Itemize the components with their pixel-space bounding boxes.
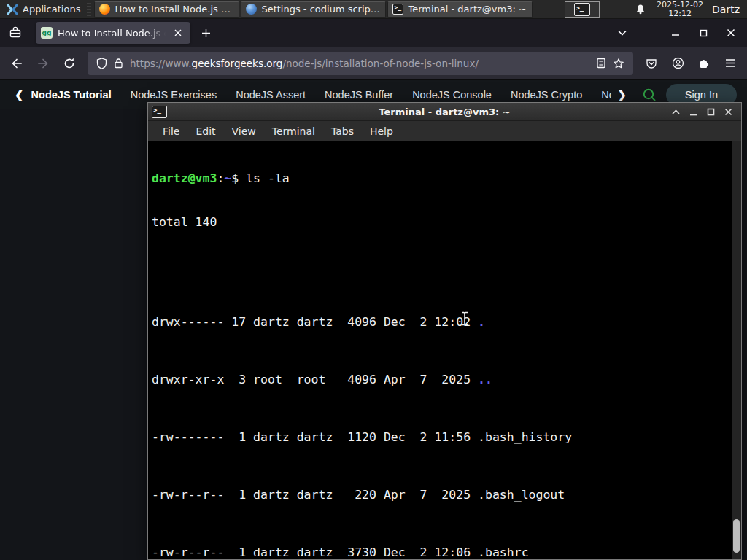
terminal-close-button[interactable] (722, 106, 735, 118)
subnav-link[interactable]: NodeJS Assert (226, 89, 315, 101)
close-icon (174, 29, 182, 36)
file-attributes: -rw------- 1 dartz dartz 1120 Dec 2 11:5… (152, 430, 478, 444)
applications-menu-button[interactable]: Applications (0, 0, 87, 18)
terminal-shade-button[interactable] (670, 106, 682, 118)
window-minimize-button[interactable] (664, 23, 687, 43)
url-text[interactable]: https://www.geeksforgeeks.org/node-js/in… (130, 58, 589, 69)
workspace-window-terminal-icon (574, 3, 590, 16)
top-panel: Applications How to Install Node.js o...… (0, 0, 747, 19)
subnav-scroll-right-icon[interactable]: ❯ (611, 88, 632, 101)
subnav-link[interactable]: NodeJS Crypto (501, 89, 592, 101)
taskbar: How to Install Node.js o... Settings - c… (94, 0, 533, 18)
terminal-menu-item[interactable]: View (224, 122, 264, 140)
terminal-scrollbar-thumb[interactable] (733, 519, 740, 553)
tab-how-to-install-nodejs[interactable]: gg How to Install Node.js on (36, 22, 190, 44)
taskbar-window-button[interactable]: Terminal - dartz@vm3: ~ (387, 1, 533, 18)
taskbar-window-button[interactable]: Settings - codium script... (241, 1, 386, 18)
taskbar-window-title: How to Install Node.js o... (115, 4, 234, 15)
close-icon (727, 28, 735, 37)
lock-icon[interactable] (114, 58, 123, 69)
terminal-maximize-button[interactable] (705, 106, 717, 118)
terminal-titlebar[interactable]: Terminal - dartz@vm3: ~ (148, 103, 741, 121)
terminal-output[interactable]: dartz@vm3:~$ ls -la total 140 drwx------… (148, 141, 741, 559)
tab-close-button[interactable] (171, 26, 185, 40)
back-button[interactable] (4, 52, 29, 75)
browser-toolbar: https://www.geeksforgeeks.org/node-js/in… (0, 47, 747, 80)
clock-date: 2025-12-02 (657, 1, 703, 9)
applications-label: Applications (23, 4, 80, 15)
url-scheme: https://www. (130, 58, 192, 69)
terminal-window: Terminal - dartz@vm3: ~ (147, 102, 742, 560)
url-bar[interactable]: https://www.geeksforgeeks.org/node-js/in… (88, 52, 633, 75)
prompt-dollar: $ (231, 171, 246, 185)
search-icon (642, 88, 657, 102)
clock[interactable]: 2025-12-02 12:12 (651, 1, 709, 18)
file-attributes: -rw-r--r-- 1 dartz dartz 3730 Dec 2 12:0… (152, 545, 478, 559)
puzzle-icon (698, 58, 710, 69)
plus-icon (201, 28, 211, 38)
terminal-menu-item[interactable]: Tabs (323, 122, 362, 140)
subnav-scroll-left-icon[interactable]: ❮ (9, 88, 30, 101)
window-close-button[interactable] (719, 23, 743, 43)
panel-grip (87, 3, 91, 16)
taskbar-window-title: Terminal - dartz@vm3: ~ (408, 4, 526, 15)
file-name: .bash_logout (478, 488, 565, 502)
file-name: .bash_history (478, 430, 572, 444)
geeksforgeeks-favicon: gg (41, 27, 53, 39)
command-text: ls -la (246, 171, 290, 185)
terminal-menu-item[interactable]: Terminal (264, 122, 323, 140)
terminal-menu-item[interactable]: Help (362, 122, 401, 140)
prompt-line: dartz@vm3:~$ ls -la (152, 171, 731, 186)
user-menu[interactable]: Dartz (709, 4, 747, 15)
account-button[interactable] (665, 52, 690, 75)
desktop: Applications How to Install Node.js o...… (0, 0, 747, 560)
shield-icon[interactable] (96, 58, 107, 69)
new-tab-button[interactable] (195, 23, 217, 43)
terminal-minimize-button[interactable] (687, 106, 700, 118)
pocket-button[interactable] (639, 52, 664, 75)
bookmark-star-icon[interactable] (613, 58, 624, 69)
firefox-view-icon (9, 26, 22, 39)
terminal-scrollbar[interactable] (732, 141, 741, 559)
list-all-tabs-button[interactable] (611, 23, 633, 43)
maximize-icon (707, 108, 715, 116)
reader-mode-icon[interactable] (596, 58, 606, 69)
subnav-link[interactable]: NodeJS Console (403, 89, 501, 101)
tab-separator (31, 26, 31, 40)
terminal-menubar: File Edit View Terminal Tabs Help (148, 121, 741, 141)
subnav-link[interactable]: NodeJS Buffer (315, 89, 403, 101)
subnav-link[interactable]: NodeJS Tutorial (30, 89, 121, 101)
applications-icon (7, 4, 18, 15)
app-menu-button[interactable] (718, 52, 743, 75)
firefox-view-button[interactable] (4, 23, 26, 43)
reload-icon (63, 58, 75, 69)
minimize-icon (671, 28, 680, 37)
subnav-link[interactable]: NodeJS DNS (592, 89, 611, 101)
terminal-menu-item[interactable]: Edit (187, 122, 223, 140)
chevron-down-icon (618, 30, 627, 36)
subnav-link[interactable]: NodeJS Exercises (121, 89, 226, 101)
reload-button[interactable] (57, 52, 82, 75)
tab-title: How to Install Node.js on (58, 28, 166, 39)
forward-icon (37, 58, 49, 69)
minimize-icon (689, 108, 697, 116)
url-host: geeksforgeeks.org (192, 58, 283, 69)
terminal-window-controls (670, 106, 741, 118)
terminal-app-icon (152, 106, 167, 118)
chevron-up-icon (672, 109, 680, 114)
forward-button[interactable] (31, 52, 55, 75)
file-attributes: -rw-r--r-- 1 dartz dartz 220 Apr 7 2025 (152, 488, 478, 502)
close-icon (724, 108, 732, 116)
window-maximize-button[interactable] (692, 23, 715, 43)
workspace-switcher[interactable] (565, 1, 600, 18)
account-icon (672, 57, 684, 69)
terminal-menu-item[interactable]: File (155, 122, 187, 140)
notifications-button[interactable] (630, 0, 651, 18)
subnav-links: NodeJS Tutorial NodeJS Exercises NodeJS … (30, 89, 612, 101)
taskbar-window-button[interactable]: How to Install Node.js o... (94, 1, 239, 18)
extensions-button[interactable] (692, 52, 716, 75)
terminal-title: Terminal - dartz@vm3: ~ (148, 106, 741, 117)
file-attributes: drwxr-xr-x 3 root root 4096 Apr 7 2025 (152, 373, 478, 386)
taskbar-window-icon (99, 4, 110, 15)
prompt-user-host: dartz@vm3 (152, 171, 217, 185)
